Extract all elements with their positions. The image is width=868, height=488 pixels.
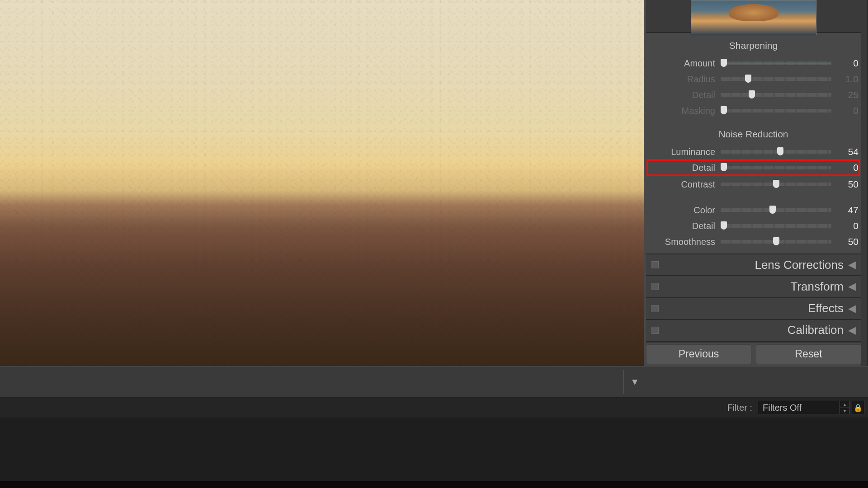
calibration-panel[interactable]: Calibration ◀ <box>646 319 861 341</box>
filter-lock-icon[interactable]: 🔒 <box>852 401 864 414</box>
sharpening-radius-slider[interactable] <box>721 77 831 81</box>
luminance-detail-value[interactable]: 0 <box>831 162 859 173</box>
bottom-band <box>0 481 868 488</box>
lens-corrections-toggle-icon[interactable] <box>651 261 659 268</box>
chevron-up-icon[interactable]: ▴ <box>840 401 849 408</box>
luminance-contrast-label: Contrast <box>648 179 721 190</box>
sharpening-radius-value[interactable]: 1.0 <box>831 74 859 84</box>
luminance-slider[interactable] <box>721 150 831 154</box>
sharpening-masking-row: Masking 0 <box>648 103 859 118</box>
image-toolbar: ▼ <box>0 366 644 398</box>
lens-corrections-label: Lens Corrections <box>659 258 848 272</box>
sharpening-detail-label: Detail <box>648 90 721 100</box>
sharpening-radius-row: Radius 1.0 <box>648 71 859 87</box>
smoothness-label: Smoothness <box>648 237 721 247</box>
sharpening-detail-slider[interactable] <box>721 93 831 97</box>
sharpening-amount-row: Amount 0 <box>648 56 859 71</box>
detail-controls: Sharpening Amount 0 Radius 1.0 Detail 25 <box>644 33 867 253</box>
sharpening-amount-value[interactable]: 0 <box>831 58 859 69</box>
luminance-detail-row: Detail 0 <box>646 159 860 176</box>
chevron-left-icon: ◀ <box>848 259 856 271</box>
luminance-contrast-slider[interactable] <box>721 183 831 186</box>
toolbar-separator <box>623 370 624 394</box>
color-row: Color 47 <box>648 202 859 218</box>
color-detail-row: Detail 0 <box>648 218 859 234</box>
smoothness-slider[interactable] <box>721 240 831 244</box>
effects-toggle-icon[interactable] <box>651 305 659 312</box>
noise-reduction-title: Noise Reduction <box>648 129 859 140</box>
sharpening-masking-label: Masking <box>648 106 721 116</box>
previous-button[interactable]: Previous <box>646 344 751 364</box>
lens-corrections-panel[interactable]: Lens Corrections ◀ <box>646 253 861 275</box>
color-detail-slider[interactable] <box>721 224 831 228</box>
toolbar-dropdown-toggle[interactable]: ▼ <box>630 377 639 387</box>
smoothness-row: Smoothness 50 <box>648 234 859 249</box>
luminance-contrast-row: Contrast 50 <box>648 177 859 192</box>
detail-preview-area <box>646 0 861 33</box>
detail-preview-thumbnail[interactable] <box>691 0 816 35</box>
reset-button[interactable]: Reset <box>756 344 861 364</box>
panel-scrollbar[interactable] <box>861 0 867 366</box>
transform-panel[interactable]: Transform ◀ <box>646 275 861 297</box>
filmstrip[interactable] <box>0 418 868 481</box>
sharpening-detail-row: Detail 25 <box>648 87 859 103</box>
luminance-value[interactable]: 54 <box>831 146 859 157</box>
right-bottom-bar <box>644 366 868 398</box>
filter-value: Filters Off <box>763 403 802 413</box>
color-label: Color <box>648 205 721 216</box>
sharpening-title: Sharpening <box>648 40 859 51</box>
filter-label: Filter : <box>727 403 752 413</box>
chevron-left-icon: ◀ <box>848 281 856 292</box>
main-image-preview[interactable] <box>0 0 644 366</box>
sharpening-masking-slider[interactable] <box>721 109 831 113</box>
effects-label: Effects <box>659 301 848 315</box>
image-noise-texture <box>0 0 644 366</box>
sharpening-amount-label: Amount <box>648 58 721 69</box>
effects-panel[interactable]: Effects ◀ <box>646 297 861 319</box>
calibration-label: Calibration <box>659 323 848 337</box>
sharpening-masking-value[interactable]: 0 <box>831 105 859 116</box>
luminance-label: Luminance <box>648 147 721 157</box>
filter-dropdown[interactable]: Filters Off ▴ ▾ <box>758 401 850 414</box>
sharpening-amount-slider[interactable] <box>721 61 831 65</box>
smoothness-value[interactable]: 50 <box>831 236 859 247</box>
filter-bar: Filter : Filters Off ▴ ▾ 🔒 <box>0 398 868 418</box>
action-buttons-row: Previous Reset <box>646 344 861 364</box>
transform-toggle-icon[interactable] <box>651 283 659 290</box>
color-value[interactable]: 47 <box>831 205 859 216</box>
chevron-left-icon: ◀ <box>848 324 856 336</box>
sharpening-radius-label: Radius <box>648 74 721 84</box>
chevron-left-icon: ◀ <box>848 303 856 314</box>
luminance-row: Luminance 54 <box>648 144 859 160</box>
sharpening-detail-value[interactable]: 25 <box>831 89 859 100</box>
luminance-contrast-value[interactable]: 50 <box>831 179 859 190</box>
color-detail-value[interactable]: 0 <box>831 221 859 231</box>
preview-image-content <box>729 4 778 21</box>
color-slider[interactable] <box>721 208 831 212</box>
calibration-toggle-icon[interactable] <box>651 327 659 334</box>
luminance-detail-label: Detail <box>648 163 721 173</box>
color-detail-label: Detail <box>648 221 721 231</box>
chevron-down-icon[interactable]: ▾ <box>840 408 849 414</box>
luminance-detail-slider[interactable] <box>721 166 831 169</box>
develop-panel: Sharpening Amount 0 Radius 1.0 Detail 25 <box>644 0 868 366</box>
filter-stepper[interactable]: ▴ ▾ <box>840 401 849 414</box>
transform-label: Transform <box>659 280 848 294</box>
